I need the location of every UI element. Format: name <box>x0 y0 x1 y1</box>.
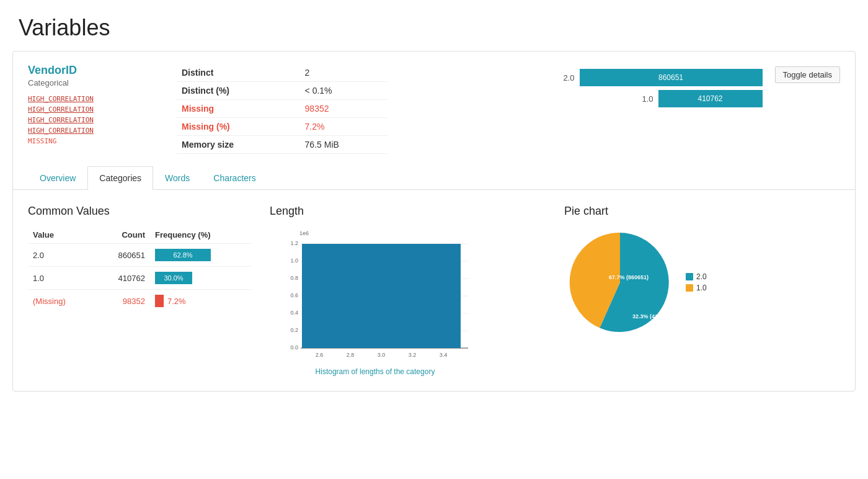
svg-text:2.6: 2.6 <box>316 352 324 358</box>
cv-freq-2: 30.0% <box>150 267 251 290</box>
svg-text:0.0: 0.0 <box>290 344 298 351</box>
histogram-svg: Frequency 1e6 1.2 1.0 0.8 0.6 0.4 0.2 0.… <box>270 226 480 363</box>
cv-row-1: 2.0 860651 62.8% <box>28 244 251 267</box>
cv-value-2: 1.0 <box>28 267 94 290</box>
legend-dot-1 <box>686 284 693 292</box>
toggle-btn-wrap: Toggle details <box>775 66 841 83</box>
badge-high-1[interactable]: HIGH_CORRELATION <box>28 95 164 103</box>
cv-row-missing: (Missing) 98352 7.2% <box>28 290 251 313</box>
cv-value-missing: (Missing) <box>28 290 94 313</box>
svg-text:1.0: 1.0 <box>290 257 298 264</box>
stat-missing: Missing 98352 <box>177 100 388 118</box>
svg-rect-16 <box>302 244 461 348</box>
svg-text:3.2: 3.2 <box>409 352 417 358</box>
stat-distinct: Distinct 2 <box>177 64 388 82</box>
toggle-details-button[interactable]: Toggle details <box>775 66 841 83</box>
badge-list: HIGH_CORRELATION HIGH_CORRELATION HIGH_C… <box>28 95 164 145</box>
cv-freq-1: 62.8% <box>150 244 251 267</box>
tab-categories[interactable]: Categories <box>87 166 153 190</box>
svg-text:1e6: 1e6 <box>299 230 309 236</box>
card-top: VendorID Categorical HIGH_CORRELATION HI… <box>13 51 855 166</box>
variable-name: VendorID <box>28 64 164 77</box>
tab-overview[interactable]: Overview <box>28 166 87 189</box>
bar-outer-1: 410762 <box>658 90 763 107</box>
variable-card: VendorID Categorical HIGH_CORRELATION HI… <box>12 51 856 392</box>
variable-info: VendorID Categorical HIGH_CORRELATION HI… <box>28 64 164 154</box>
freq-bar-2: 30.0% <box>155 272 192 284</box>
histogram-container: Frequency 1e6 1.2 1.0 0.8 0.6 0.4 0.2 0.… <box>270 226 546 376</box>
svg-text:1.2: 1.2 <box>290 240 298 246</box>
bar-row-2: 2.0 860651 <box>557 69 763 86</box>
svg-text:3.0: 3.0 <box>378 352 386 358</box>
freq-bar-wrap-missing: 7.2% <box>155 295 246 307</box>
tab-words[interactable]: Words <box>153 166 202 189</box>
svg-text:67.7% (860651): 67.7% (860651) <box>609 274 649 280</box>
page-title: Variables <box>0 0 868 51</box>
badge-missing: MISSING <box>28 137 164 145</box>
cv-header-row: Value Count Frequency (%) <box>28 226 251 244</box>
cv-col-value: Value <box>28 226 94 244</box>
stat-missing-pct: Missing (%) 7.2% <box>177 118 388 136</box>
stat-memory: Memory size 76.5 MiB <box>177 136 388 154</box>
cv-freq-missing: 7.2% <box>150 290 251 313</box>
bar-row-1: 1.0 410762 <box>636 90 763 107</box>
cv-row-2: 1.0 410762 30.0% <box>28 267 251 290</box>
cv-count-1: 860651 <box>94 244 150 267</box>
bar-fill-2: 860651 <box>580 69 763 86</box>
pie-legend: 2.0 1.0 <box>686 272 707 292</box>
freq-bar-wrap-1: 62.8% <box>155 249 246 261</box>
tab-characters[interactable]: Characters <box>202 166 267 189</box>
svg-text:3.4: 3.4 <box>440 352 448 358</box>
pie-title: Pie chart <box>564 205 840 218</box>
legend-label-1: 1.0 <box>696 284 707 292</box>
tabs: Overview Categories Words Characters <box>13 166 855 190</box>
cv-col-count: Count <box>94 226 150 244</box>
cv-count-missing: 98352 <box>94 290 150 313</box>
common-values-title: Common Values <box>28 205 251 218</box>
bar-label-2: 2.0 <box>557 73 575 83</box>
freq-bar-1: 62.8% <box>155 249 211 261</box>
cv-count-2: 410762 <box>94 267 150 290</box>
legend-dot-2 <box>686 273 693 280</box>
histogram-x-label: Histogram of lengths of the category <box>270 367 480 376</box>
top-bar-chart: 2.0 860651 1.0 410762 <box>400 64 763 154</box>
length-title: Length <box>270 205 546 218</box>
cv-value-1: 2.0 <box>28 244 94 267</box>
legend-item-2: 2.0 <box>686 272 707 281</box>
badge-high-2[interactable]: HIGH_CORRELATION <box>28 105 164 114</box>
svg-text:0.4: 0.4 <box>290 310 298 316</box>
card-body: Common Values Value Count Frequency (%) … <box>13 190 855 391</box>
bar-label-1: 1.0 <box>636 94 653 104</box>
common-values-table: Value Count Frequency (%) 2.0 860651 62.… <box>28 226 251 312</box>
svg-text:0.6: 0.6 <box>290 292 298 298</box>
length-section: Length Frequency 1e6 1.2 1.0 0.8 0.6 0.4… <box>270 205 546 376</box>
cv-col-freq: Frequency (%) <box>150 226 251 244</box>
svg-text:0.8: 0.8 <box>290 275 298 281</box>
svg-text:32.3% (410762): 32.3% (410762) <box>632 313 672 320</box>
badge-high-4[interactable]: HIGH_CORRELATION <box>28 127 164 135</box>
legend-label-2: 2.0 <box>696 272 707 281</box>
freq-pct-missing: 7.2% <box>167 297 186 306</box>
freq-bar-wrap-2: 30.0% <box>155 272 246 284</box>
bar-outer-2: 860651 <box>580 69 763 86</box>
variable-type: Categorical <box>28 78 164 87</box>
legend-item-1: 1.0 <box>686 284 707 292</box>
badge-high-3[interactable]: HIGH_CORRELATION <box>28 116 164 124</box>
pie-section: Pie chart 67.7% (860651) 32.3% (410762) … <box>564 205 840 376</box>
svg-text:0.2: 0.2 <box>290 327 298 333</box>
svg-text:2.8: 2.8 <box>347 352 355 358</box>
stat-distinct-pct: Distinct (%) < 0.1% <box>177 82 388 100</box>
pie-svg: 67.7% (860651) 32.3% (410762) <box>564 226 676 338</box>
freq-bar-missing <box>155 295 164 307</box>
bar-fill-1: 410762 <box>658 90 763 107</box>
pie-wrap: 67.7% (860651) 32.3% (410762) 2.0 1.0 <box>564 226 840 338</box>
stats-table: Distinct 2 Distinct (%) < 0.1% Missing 9… <box>177 64 388 154</box>
common-values-section: Common Values Value Count Frequency (%) … <box>28 205 251 376</box>
